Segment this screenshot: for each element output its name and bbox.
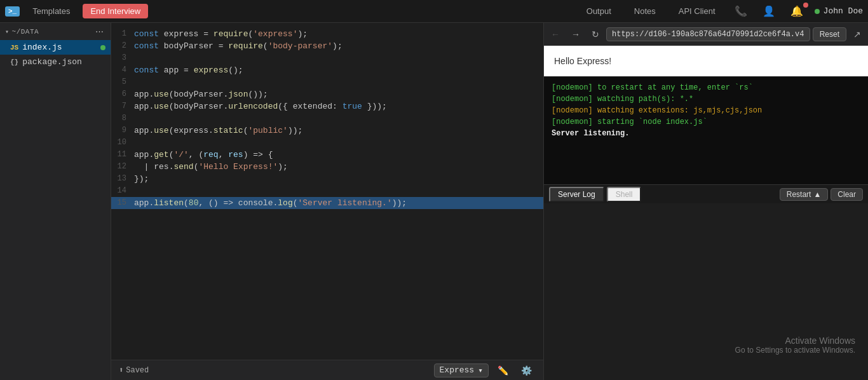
sidebar-item-packagejson[interactable]: {} package.json xyxy=(0,55,111,69)
top-bar-left: >_ Templates End Interview xyxy=(5,4,574,18)
code-line: 4 const app = express(); xyxy=(111,64,543,76)
browser-content: Hello Express! xyxy=(544,46,868,76)
badge-dot xyxy=(803,3,808,8)
edit-icon[interactable]: ✏️ xyxy=(494,364,512,377)
shell-tab[interactable]: Shell xyxy=(607,187,642,202)
express-label: Express xyxy=(440,365,475,375)
terminal-line: [nodemon] to restart at any time, enter … xyxy=(552,82,860,93)
external-link-icon[interactable]: ↗ xyxy=(849,27,865,41)
editor-bottom-bar: ⬆ Saved Express ▾ ✏️ ⚙️ xyxy=(111,360,543,380)
browser-bar: ← → ↻ Reset ↗ xyxy=(544,23,868,46)
terminal-output[interactable]: [nodemon] to restart at any time, enter … xyxy=(544,77,868,184)
sidebar-folder-name: ~/data xyxy=(12,28,39,36)
terminal-line: [nodemon] watching path(s): *.* xyxy=(552,93,860,105)
user-pill: John Doe xyxy=(815,6,863,16)
save-icon: ⬆ xyxy=(119,365,123,375)
chevron-up-icon: ▲ xyxy=(813,190,821,199)
server-log-tab[interactable]: Server Log xyxy=(549,187,604,202)
code-line: 2 const bodyParser = require('body-parse… xyxy=(111,40,543,52)
sidebar-filename-packagejson: package.json xyxy=(22,57,82,67)
end-interview-button[interactable]: End Interview xyxy=(83,4,148,18)
code-line: 12 | res.send('Hello Express!'); xyxy=(111,161,543,173)
express-selector[interactable]: Express ▾ xyxy=(434,363,489,377)
reset-button[interactable]: Reset xyxy=(813,27,846,41)
code-line: 3 xyxy=(111,52,543,64)
code-line: 11 app.get('/', (req, res) => { xyxy=(111,149,543,161)
saved-label-text: Saved xyxy=(126,366,149,375)
api-client-tab[interactable]: API Client xyxy=(671,4,723,18)
user-status-dot xyxy=(815,9,820,14)
right-panel-wrapper: ← → ↻ Reset ↗ Hello Express! [nodemon] t… xyxy=(544,23,868,380)
phone-icon[interactable]: 📞 xyxy=(731,4,751,18)
code-line: 5 xyxy=(111,76,543,88)
top-bar-right: Output Notes API Client 📞 👤 🔔 John Doe xyxy=(579,4,863,18)
refresh-button[interactable]: ↻ xyxy=(587,27,604,41)
top-bar: >_ Templates End Interview Output Notes … xyxy=(0,0,868,23)
watermark-subtitle: Go to Settings to activate Windows. xyxy=(735,346,855,355)
right-panel: ← → ↻ Reset ↗ Hello Express! [nodemon] t… xyxy=(544,23,868,203)
code-line: 9 app.use(express.static('public')); xyxy=(111,125,543,137)
settings-icon[interactable]: ⚙️ xyxy=(517,364,536,377)
chevron-down-icon: ▾ xyxy=(478,365,483,376)
forward-button[interactable]: → xyxy=(567,27,585,41)
notes-tab[interactable]: Notes xyxy=(627,4,663,18)
sidebar-item-indexjs[interactable]: JS index.js xyxy=(0,40,111,55)
code-line: 10 xyxy=(111,137,543,149)
terminal-line: [nodemon] watching extensions: js,mjs,cj… xyxy=(552,105,860,116)
terminal-line: [nodemon] starting `node index.js` xyxy=(552,116,860,128)
back-button[interactable]: ← xyxy=(546,27,564,41)
notification-badge: 🔔 xyxy=(787,4,807,18)
browser-hello-text: Hello Express! xyxy=(554,56,611,66)
terminal-line: Server listening. xyxy=(552,128,860,139)
chevron-down-icon: ▾ xyxy=(5,28,10,36)
code-line: 14 xyxy=(111,185,543,197)
clear-button[interactable]: Clear xyxy=(831,188,863,201)
sidebar: ▾ ~/data ⋯ JS index.js {} package.json xyxy=(0,23,111,380)
terminal-section: [nodemon] to restart at any time, enter … xyxy=(544,76,868,203)
code-line: 8 xyxy=(111,112,543,125)
code-area[interactable]: 1 const express = require('express'); 2 … xyxy=(111,23,543,360)
code-line: 6 app.use(bodyParser.json()); xyxy=(111,88,543,100)
output-tab[interactable]: Output xyxy=(579,4,619,18)
user-name: John Doe xyxy=(824,6,863,16)
sidebar-more-icon[interactable]: ⋯ xyxy=(93,27,105,36)
person-icon[interactable]: 👤 xyxy=(759,4,779,18)
url-input[interactable] xyxy=(606,27,810,41)
saved-status: ⬆ Saved xyxy=(119,365,149,375)
restart-label: Restart xyxy=(787,190,811,199)
code-line: 13 }); xyxy=(111,173,543,185)
json-file-icon: {} xyxy=(10,58,18,66)
js-file-icon: JS xyxy=(10,44,18,51)
active-dot xyxy=(100,45,105,50)
terminal-bottom-bar: Server Log Shell Restart ▲ Clear xyxy=(544,184,868,203)
templates-button[interactable]: Templates xyxy=(25,4,78,18)
code-line: 15 app.listen(80, () => console.log('Ser… xyxy=(111,197,543,209)
sidebar-header: ▾ ~/data ⋯ xyxy=(0,23,111,40)
sidebar-header-left: ▾ ~/data xyxy=(5,28,39,36)
main-content: ▾ ~/data ⋯ JS index.js {} package.json 1… xyxy=(0,23,868,380)
code-line: 1 const express = require('express'); xyxy=(111,28,543,40)
restart-button[interactable]: Restart ▲ xyxy=(780,188,829,201)
terminal-icon: >_ xyxy=(5,6,20,17)
code-editor: 1 const express = require('express'); 2 … xyxy=(111,23,544,380)
code-line: 7 app.use(bodyParser.urlencoded({ extend… xyxy=(111,100,543,112)
activate-watermark: Activate Windows Go to Settings to activ… xyxy=(735,336,855,355)
sidebar-filename-indexjs: index.js xyxy=(22,43,62,52)
watermark-title: Activate Windows xyxy=(735,336,855,346)
